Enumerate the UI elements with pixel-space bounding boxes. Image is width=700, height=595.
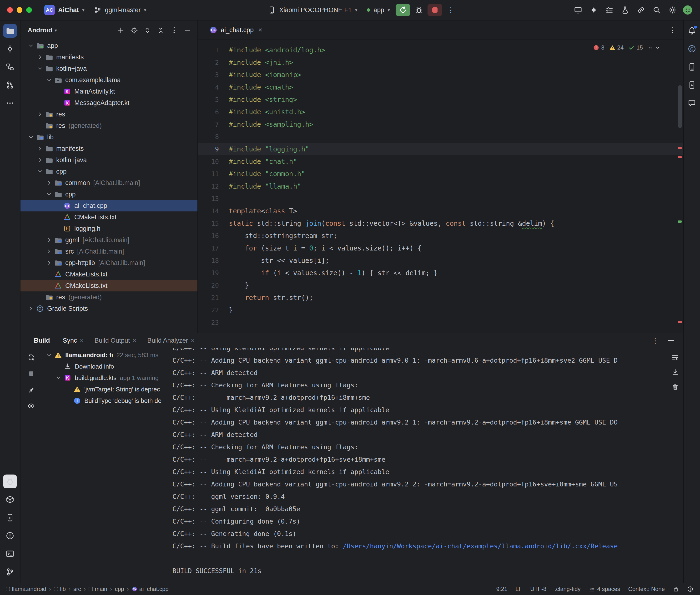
code-line-15[interactable]: 15static std::string join(const std::vec… — [198, 217, 683, 229]
close-window-button[interactable] — [7, 7, 13, 13]
chevron-icon[interactable] — [45, 191, 53, 197]
tool-button-structure[interactable] — [3, 60, 17, 74]
build-console[interactable]: C/C++: -- Using KleidiAI optimized kerne… — [171, 348, 683, 583]
chevron-icon[interactable] — [45, 237, 53, 243]
passed-count[interactable]: 15 — [628, 44, 643, 51]
re-sync-button[interactable] — [25, 351, 37, 364]
tool-button-app-quality-insights[interactable] — [685, 96, 699, 110]
code-line-7[interactable]: 7#include <sampling.h> — [198, 118, 683, 131]
code-line-13[interactable]: 13 — [198, 192, 683, 205]
close-tab-icon[interactable]: × — [191, 337, 195, 344]
breadcrumb-item-lib[interactable]: lib — [54, 586, 66, 592]
status-notifications-widget[interactable] — [687, 586, 693, 592]
close-tab-icon[interactable]: × — [133, 337, 136, 344]
tree-item-cmakelists-txt[interactable]: CMakeLists.txt — [21, 211, 197, 223]
chevron-icon[interactable] — [45, 77, 53, 83]
tree-item-mainactivity-kt[interactable]: KMainActivity.kt — [21, 86, 197, 97]
code-line-10[interactable]: 10#include "chat.h" — [198, 155, 683, 168]
context-widget[interactable]: Context: None — [628, 586, 665, 592]
code-line-11[interactable]: 11#include "common.h" — [198, 168, 683, 180]
line-separator-widget[interactable]: LF — [515, 586, 522, 592]
tree-item-common[interactable]: common[AiChat.lib.main] — [21, 177, 197, 189]
hide-build-panel-button[interactable] — [664, 334, 678, 347]
clang-tidy-widget[interactable]: .clang-tidy — [555, 586, 581, 592]
chevron-icon[interactable] — [45, 248, 53, 255]
tool-button-gradle[interactable]: G — [685, 42, 699, 56]
scroll-to-end-button[interactable] — [670, 367, 680, 377]
editor-tab-ai-chat-cpp[interactable]: C+ ai_chat.cpp × — [204, 21, 268, 39]
file-lock-widget[interactable] — [673, 586, 679, 592]
run-more-button[interactable]: ⋮ — [444, 3, 457, 17]
tool-button-more-tool-windows[interactable] — [3, 96, 17, 110]
tree-item-ai-chat-cpp[interactable]: C+ai_chat.cpp — [21, 200, 197, 211]
clear-all-button[interactable] — [670, 382, 680, 392]
hide-panel-button[interactable] — [182, 25, 193, 36]
gemini-button[interactable] — [587, 3, 600, 17]
add-button[interactable] — [115, 25, 127, 36]
code-line-22[interactable]: 22} — [198, 304, 683, 316]
breadcrumb-item-src[interactable]: src — [73, 586, 81, 592]
code-line-21[interactable]: 21 return str.str(); — [198, 291, 683, 304]
code-line-17[interactable]: 17 for (size_t i = 0; i < values.size();… — [198, 242, 683, 254]
tree-item-kotlin-java[interactable]: kotlin+java — [21, 63, 197, 74]
soft-wrap-button[interactable] — [670, 352, 680, 363]
indent-style-widget[interactable]: 4 spaces — [589, 586, 620, 592]
device-streaming-button[interactable] — [571, 3, 585, 17]
pin-tab-button[interactable] — [25, 384, 37, 396]
project-view-selector[interactable]: Android — [28, 27, 52, 34]
tool-button-device-manager[interactable] — [685, 60, 699, 74]
instrumented-tests-button[interactable] — [619, 3, 632, 17]
tree-item-buildtype-debug-is-both-de[interactable]: BuildType 'debug' is both de — [42, 395, 171, 406]
code-line-2[interactable]: 2#include <jni.h> — [198, 56, 683, 68]
device-selector[interactable]: Xiaomi POCOPHONE F1 ▾ — [264, 4, 361, 16]
tool-button-commit[interactable] — [3, 42, 17, 56]
code-line-18[interactable]: 18 str << values[i]; — [198, 254, 683, 267]
stop-button[interactable] — [25, 367, 37, 380]
tree-item-kotlin-java[interactable]: kotlin+java — [21, 154, 197, 166]
editor-scrollbar[interactable] — [677, 40, 683, 333]
chevron-icon[interactable] — [27, 134, 35, 140]
tool-button-project[interactable] — [3, 24, 17, 38]
build-options-button[interactable]: ⋮ — [648, 334, 662, 347]
code-area[interactable]: 1#include <android/log.h>2#include <jni.… — [198, 40, 683, 333]
chevron-icon[interactable] — [45, 260, 53, 266]
attach-debugger-button[interactable] — [634, 3, 648, 17]
chevron-icon[interactable] — [36, 168, 44, 174]
tree-item-messageadapter-kt[interactable]: KMessageAdapter.kt — [21, 97, 197, 109]
inspections-widget[interactable]: 3 24 15 — [591, 43, 663, 52]
code-line-9[interactable]: 9#include "logging.h" — [198, 143, 683, 155]
project-selector[interactable]: AC AiChat ▾ — [40, 3, 88, 17]
collapse-all-button[interactable] — [155, 25, 167, 36]
code-line-12[interactable]: 12#include "llama.h" — [198, 180, 683, 192]
tree-item-download-info[interactable]: Download info — [42, 361, 171, 372]
tool-button-problems[interactable] — [3, 529, 17, 543]
file-encoding-widget[interactable]: UTF-8 — [530, 586, 547, 592]
chevron-icon[interactable] — [36, 54, 44, 60]
tree-item-cmakelists-txt[interactable]: CMakeLists.txt — [21, 268, 197, 280]
code-line-6[interactable]: 6#include <unistd.h> — [198, 106, 683, 118]
run-configuration-selector[interactable]: app ▾ — [363, 4, 394, 16]
tree-item-res[interactable]: res — [21, 109, 197, 120]
code-line-16[interactable]: 16 std::ostringstream str; — [198, 229, 683, 242]
code-line-20[interactable]: 20 } — [198, 279, 683, 291]
tree-item-manifests[interactable]: manifests — [21, 143, 197, 154]
tool-button-version-control[interactable] — [3, 565, 17, 579]
warnings-count[interactable]: 24 — [609, 44, 624, 51]
tree-item-com-example-llama[interactable]: com.example.llama — [21, 74, 197, 86]
tree-item-cpp-httplib[interactable]: cpp-httplib[AiChat.lib.main] — [21, 257, 197, 268]
tool-button-running-devices-mirror[interactable] — [685, 78, 699, 92]
tree-item-res[interactable]: res(generated) — [21, 120, 197, 132]
tree-item-ggml[interactable]: ggml[AiChat.lib.main] — [21, 234, 197, 246]
tool-button-logcat[interactable] — [3, 475, 17, 488]
previous-issue-icon[interactable] — [648, 45, 653, 51]
stop-button[interactable] — [427, 4, 442, 16]
chevron-icon[interactable] — [36, 157, 44, 163]
tool-button-app-inspection[interactable] — [3, 492, 17, 506]
code-line-14[interactable]: 14template<class T> — [198, 205, 683, 217]
build-tab-sync[interactable]: Sync× — [59, 335, 88, 346]
minimize-window-button[interactable] — [17, 7, 22, 13]
options-button[interactable] — [168, 25, 180, 36]
select-opened-file-button[interactable] — [129, 25, 140, 36]
build-tab-build-output[interactable]: Build Output× — [90, 335, 141, 346]
close-tab-icon[interactable]: × — [258, 26, 262, 34]
